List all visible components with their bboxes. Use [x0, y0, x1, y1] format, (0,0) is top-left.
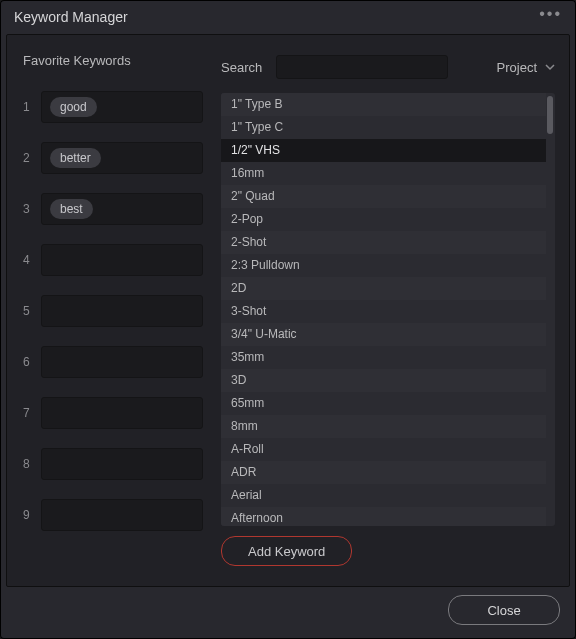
- favorite-slot: 5: [23, 294, 203, 328]
- favorites-heading: Favorite Keywords: [23, 53, 203, 68]
- favorites-column: Favorite Keywords 1good2better3best45678…: [23, 53, 203, 549]
- list-item[interactable]: 2:3 Pulldown: [221, 254, 546, 277]
- favorite-number: 2: [23, 151, 41, 165]
- list-item[interactable]: 65mm: [221, 392, 546, 415]
- list-item[interactable]: A-Roll: [221, 438, 546, 461]
- add-keyword-button[interactable]: Add Keyword: [221, 536, 352, 566]
- keyword-list[interactable]: 1" Type B1" Type C1/2" VHS16mm2" Quad2-P…: [221, 93, 546, 526]
- search-row: Search Project: [221, 53, 555, 81]
- favorite-input[interactable]: [41, 397, 203, 429]
- chevron-down-icon: [545, 60, 555, 75]
- list-item[interactable]: 3/4" U-Matic: [221, 323, 546, 346]
- favorite-slot: 2better: [23, 141, 203, 175]
- favorite-number: 4: [23, 253, 41, 267]
- scope-label: Project: [497, 60, 537, 75]
- list-item[interactable]: 2" Quad: [221, 185, 546, 208]
- list-item[interactable]: 35mm: [221, 346, 546, 369]
- list-item[interactable]: ADR: [221, 461, 546, 484]
- main-panel: Favorite Keywords 1good2better3best45678…: [6, 34, 570, 587]
- list-item[interactable]: 8mm: [221, 415, 546, 438]
- list-item[interactable]: Aerial: [221, 484, 546, 507]
- list-item[interactable]: 2-Pop: [221, 208, 546, 231]
- favorite-slot: 9: [23, 498, 203, 532]
- favorite-slot: 6: [23, 345, 203, 379]
- close-button-label: Close: [487, 603, 520, 618]
- favorite-slot: 1good: [23, 90, 203, 124]
- list-item[interactable]: 1" Type C: [221, 116, 546, 139]
- favorite-input[interactable]: [41, 499, 203, 531]
- favorite-number: 1: [23, 100, 41, 114]
- footer: Close: [448, 595, 560, 625]
- favorite-input[interactable]: best: [41, 193, 203, 225]
- favorite-number: 3: [23, 202, 41, 216]
- scope-dropdown[interactable]: Project: [497, 60, 555, 75]
- add-keyword-label: Add Keyword: [248, 544, 325, 559]
- favorite-input[interactable]: [41, 244, 203, 276]
- favorite-slot: 4: [23, 243, 203, 277]
- favorite-number: 6: [23, 355, 41, 369]
- window-title: Keyword Manager: [14, 9, 128, 25]
- favorite-slot: 7: [23, 396, 203, 430]
- keyword-manager-window: Keyword Manager ••• Favorite Keywords 1g…: [0, 0, 576, 639]
- list-item[interactable]: 3-Shot: [221, 300, 546, 323]
- favorite-input[interactable]: [41, 448, 203, 480]
- more-options-icon[interactable]: •••: [539, 9, 562, 25]
- titlebar: Keyword Manager •••: [0, 0, 576, 34]
- keyword-chip[interactable]: good: [50, 97, 97, 117]
- keyword-chip[interactable]: better: [50, 148, 101, 168]
- list-item[interactable]: 3D: [221, 369, 546, 392]
- list-item[interactable]: Afternoon: [221, 507, 546, 526]
- favorite-input[interactable]: [41, 346, 203, 378]
- list-item[interactable]: 2D: [221, 277, 546, 300]
- list-item[interactable]: 2-Shot: [221, 231, 546, 254]
- keywords-column: Search Project 1" Type B1" Type C1/2" VH…: [221, 53, 555, 572]
- search-label: Search: [221, 60, 262, 75]
- favorite-input[interactable]: better: [41, 142, 203, 174]
- list-item[interactable]: 1" Type B: [221, 93, 546, 116]
- favorite-slot: 3best: [23, 192, 203, 226]
- favorite-input[interactable]: good: [41, 91, 203, 123]
- favorite-slot: 8: [23, 447, 203, 481]
- keyword-chip[interactable]: best: [50, 199, 93, 219]
- scrollbar-thumb[interactable]: [547, 96, 553, 134]
- list-item[interactable]: 16mm: [221, 162, 546, 185]
- favorite-number: 7: [23, 406, 41, 420]
- close-button[interactable]: Close: [448, 595, 560, 625]
- keyword-list-container: 1" Type B1" Type C1/2" VHS16mm2" Quad2-P…: [221, 93, 555, 526]
- favorite-number: 8: [23, 457, 41, 471]
- list-item[interactable]: 1/2" VHS: [221, 139, 546, 162]
- favorite-number: 9: [23, 508, 41, 522]
- favorite-input[interactable]: [41, 295, 203, 327]
- scrollbar[interactable]: [547, 96, 553, 523]
- search-input[interactable]: [276, 55, 448, 79]
- favorite-number: 5: [23, 304, 41, 318]
